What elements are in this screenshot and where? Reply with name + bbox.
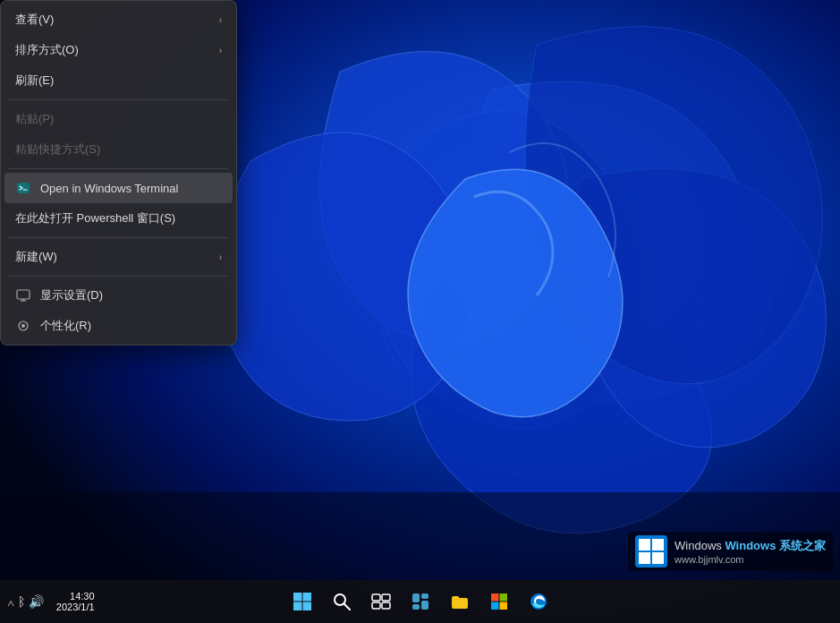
svg-rect-32	[491, 602, 499, 610]
svg-rect-15	[652, 552, 664, 564]
taskbar: ∧ ᛒ 🔊 14:30 2023/1/1	[0, 580, 840, 623]
taskbar-search-button[interactable]	[324, 584, 360, 619]
menu-item-display[interactable]: 显示设置(D)	[1, 280, 236, 311]
svg-rect-22	[372, 594, 380, 601]
taskbar-widgets-button[interactable]	[403, 584, 438, 619]
watermark: Windows Windows 系统之家 www.bjjmlv.com	[628, 532, 833, 571]
menu-item-powershell[interactable]: 在此处打开 Powershell 窗口(S)	[1, 203, 236, 234]
menu-divider-4	[8, 276, 229, 277]
personalize-icon	[15, 318, 31, 334]
taskbar-store-button[interactable]	[481, 584, 517, 619]
menu-item-sort-label: 排序方式(O)	[15, 42, 79, 58]
taskbar-fileexplorer-button[interactable]	[442, 584, 478, 619]
taskbar-edge-button[interactable]	[521, 584, 556, 619]
chevron-right-icon: ›	[219, 46, 222, 55]
menu-item-new-label: 新建(W)	[15, 249, 57, 265]
watermark-url: www.bjjmlv.com	[675, 554, 826, 565]
menu-item-new[interactable]: 新建(W) ›	[1, 242, 236, 272]
watermark-title: Windows Windows 系统之家	[675, 538, 826, 554]
watermark-text-area: Windows Windows 系统之家 www.bjjmlv.com	[675, 538, 826, 565]
menu-item-powershell-label: 在此处打开 Powershell 窗口(S)	[15, 210, 175, 226]
svg-rect-29	[412, 604, 420, 610]
menu-item-terminal-label: Open in Windows Terminal	[40, 182, 178, 195]
menu-item-paste-shortcut: 粘贴快捷方式(S)	[1, 134, 236, 165]
system-clock[interactable]: 14:30 2023/1/1	[49, 591, 102, 612]
taskbar-taskview-button[interactable]	[363, 584, 399, 619]
svg-rect-23	[382, 594, 390, 601]
svg-rect-28	[421, 601, 428, 610]
svg-rect-26	[412, 593, 420, 602]
svg-rect-18	[293, 602, 302, 611]
svg-line-21	[344, 604, 350, 610]
menu-item-terminal[interactable]: Open in Windows Terminal	[4, 173, 233, 203]
menu-item-view-label: 查看(V)	[15, 12, 54, 28]
menu-item-refresh-label: 刷新(E)	[15, 73, 54, 89]
menu-item-view[interactable]: 查看(V) ›	[1, 4, 236, 35]
desktop: 查看(V) › 排序方式(O) › 刷新(E) 粘贴(P) 粘贴快捷方式(S)	[0, 0, 840, 623]
menu-divider-3	[8, 237, 229, 238]
watermark-logo	[635, 535, 667, 568]
svg-rect-25	[382, 602, 390, 609]
context-menu: 查看(V) › 排序方式(O) › 刷新(E) 粘贴(P) 粘贴快捷方式(S)	[0, 0, 237, 346]
terminal-icon	[15, 180, 31, 196]
menu-item-paste: 粘贴(P)	[1, 104, 236, 134]
svg-rect-27	[421, 593, 428, 599]
tray-icons: ∧ ᛒ 🔊	[7, 594, 44, 609]
svg-rect-12	[639, 539, 650, 550]
menu-item-personalize-label: 个性化(R)	[40, 318, 91, 334]
svg-rect-19	[302, 602, 311, 611]
svg-rect-31	[499, 593, 507, 602]
clock-date: 2023/1/1	[56, 602, 95, 612]
menu-item-display-label: 显示设置(D)	[40, 287, 103, 303]
chevron-right-icon: ›	[219, 252, 222, 262]
svg-point-10	[21, 324, 25, 328]
menu-divider-2	[8, 168, 229, 169]
svg-rect-13	[652, 539, 664, 550]
taskbar-center	[284, 584, 556, 619]
svg-rect-14	[639, 552, 650, 564]
system-tray[interactable]: ∧ ᛒ 🔊 14:30 2023/1/1	[7, 591, 109, 612]
svg-rect-6	[17, 290, 30, 299]
clock-time: 14:30	[70, 591, 95, 602]
menu-item-sort[interactable]: 排序方式(O) ›	[1, 35, 236, 65]
svg-rect-16	[293, 593, 302, 602]
menu-divider-1	[8, 99, 229, 100]
chevron-right-icon: ›	[219, 15, 222, 25]
menu-item-paste-shortcut-label: 粘贴快捷方式(S)	[15, 141, 100, 158]
taskbar-start-button[interactable]	[284, 584, 320, 619]
menu-item-paste-label: 粘贴(P)	[15, 111, 54, 127]
svg-rect-33	[499, 602, 507, 610]
menu-item-refresh[interactable]: 刷新(E)	[1, 65, 236, 96]
menu-item-personalize[interactable]: 个性化(R)	[1, 311, 236, 341]
display-icon	[15, 287, 31, 303]
svg-rect-17	[302, 593, 311, 602]
svg-rect-24	[372, 602, 380, 609]
svg-rect-30	[491, 593, 499, 602]
